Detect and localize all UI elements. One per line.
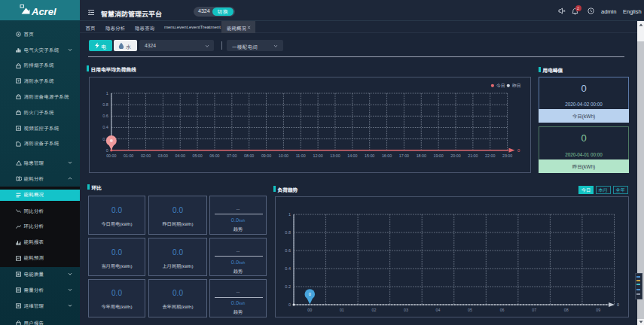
svg-text:08: 08 — [564, 308, 569, 312]
svg-text:16:00: 16:00 — [382, 153, 392, 158]
svg-text:0.8: 0.8 — [102, 102, 108, 107]
svg-text:12:00: 12:00 — [313, 153, 322, 158]
svg-text:昨日: 昨日 — [512, 82, 521, 89]
svg-text:0: 0 — [617, 302, 619, 307]
svg-text:02:00: 02:00 — [141, 153, 151, 158]
svg-text:01: 01 — [340, 308, 344, 312]
svg-text:03: 03 — [404, 308, 408, 312]
svg-text:0.6: 0.6 — [285, 248, 291, 253]
svg-text:0.2: 0.2 — [285, 284, 291, 289]
svg-text:05: 05 — [468, 308, 472, 312]
svg-text:15:00: 15:00 — [365, 153, 374, 158]
svg-text:23:00: 23:00 — [502, 153, 512, 158]
svg-text:00: 00 — [307, 308, 312, 312]
svg-text:07:00: 07:00 — [227, 153, 237, 158]
svg-text:0.6: 0.6 — [102, 114, 108, 118]
svg-text:09: 09 — [596, 308, 600, 312]
svg-text:08:00: 08:00 — [244, 153, 254, 158]
svg-text:04: 04 — [436, 308, 441, 312]
svg-text:04:00: 04:00 — [175, 153, 185, 158]
svg-text:0: 0 — [517, 148, 520, 153]
svg-text:03:00: 03:00 — [158, 153, 168, 158]
svg-text:21:00: 21:00 — [468, 153, 478, 158]
svg-text:0.8: 0.8 — [285, 230, 291, 235]
svg-text:22:00: 22:00 — [485, 153, 495, 158]
svg-text:09:00: 09:00 — [261, 153, 271, 158]
svg-text:11:00: 11:00 — [296, 153, 306, 158]
svg-text:0.4: 0.4 — [285, 266, 291, 271]
svg-text:06: 06 — [500, 308, 505, 312]
svg-text:07: 07 — [532, 308, 536, 312]
svg-text:Acrel: Acrel — [31, 6, 56, 17]
svg-text:20:00: 20:00 — [450, 153, 460, 158]
svg-text:0.4: 0.4 — [102, 125, 108, 129]
svg-text:13:00: 13:00 — [330, 153, 340, 158]
svg-text:今日: 今日 — [496, 82, 505, 89]
svg-text:02: 02 — [371, 308, 376, 312]
svg-text:00:00: 00:00 — [106, 153, 116, 158]
svg-text:10:00: 10:00 — [279, 153, 288, 158]
svg-text:19:00: 19:00 — [434, 153, 444, 158]
svg-text:0: 0 — [309, 292, 311, 296]
svg-text:01:00: 01:00 — [124, 153, 133, 158]
svg-text:05:00: 05:00 — [192, 153, 202, 158]
svg-text:1: 1 — [106, 91, 108, 96]
svg-text:14:00: 14:00 — [347, 153, 357, 158]
svg-text:0: 0 — [106, 148, 108, 153]
svg-text:17:00: 17:00 — [399, 153, 409, 158]
svg-text:1: 1 — [288, 212, 291, 217]
svg-text:18:00: 18:00 — [417, 153, 426, 158]
svg-text:0: 0 — [288, 302, 291, 307]
svg-text:06:00: 06:00 — [209, 153, 219, 158]
